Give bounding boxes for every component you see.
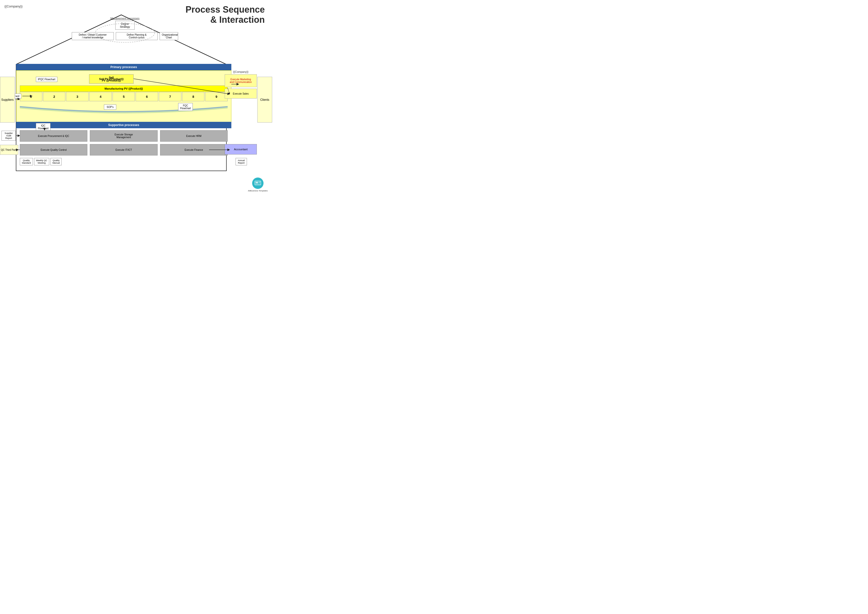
num-box-7: 7: [159, 92, 181, 101]
sops-label: SOP's: [104, 104, 116, 110]
weekly-qc-meeting-label: Weekly QCMeeting: [34, 158, 49, 165]
org-chart-box: OrganizationalChart: [160, 32, 178, 40]
accountant-box: Accountant: [225, 144, 257, 154]
primary-processes-bar: Primary processes: [16, 64, 231, 70]
svg-point-2: [95, 23, 155, 42]
quality-standard-label: QualityStandard: [20, 158, 33, 165]
suppliers-box: Suppliers: [0, 77, 15, 123]
num-box-2: 2: [43, 92, 65, 101]
num-box-6: 6: [136, 92, 158, 101]
clients-box: Clients: [257, 77, 272, 123]
execute-procurement-box: Execute Procurement & IQC: [20, 130, 87, 141]
iqc-flowchart-label: IQCFlowchart: [36, 123, 51, 131]
execute-marketing-box: Execute Marketingand Communication: [225, 74, 257, 87]
ipqc-flowchart-label: IPQC Flowchart: [36, 77, 57, 82]
svg-rect-18: [259, 183, 260, 183]
execute-itict-box: Execute IT/ICT: [90, 144, 157, 155]
num-box-3: 3: [66, 92, 88, 101]
num-box-4: 4: [89, 92, 112, 101]
execute-finance-box: Execute Finance: [160, 144, 228, 155]
company-right-label: {{Company}}: [225, 70, 257, 73]
doc-labels-row: QualityStandard Weekly QCMeeting Quality…: [20, 158, 62, 165]
execute-quality-control-box: Execute Quality Control: [20, 144, 87, 155]
qc-third-party-box: QC Third Party: [0, 145, 18, 155]
ribbon-curve: [20, 101, 228, 113]
supplier-audit-report-label: SupplierAudit Report: [2, 131, 16, 141]
svg-rect-17: [259, 182, 260, 182]
sell-product-box: Sell PV {{Product}}: [89, 74, 133, 84]
company-label-top: {{Company}}: [5, 5, 23, 8]
quality-manual-label: QualityManual: [51, 158, 62, 165]
fqc-flowchart-label: FQCFlowchart: [178, 103, 193, 111]
num-box-1: 1: [20, 92, 42, 101]
annual-report-label: AnnualReport: [236, 158, 247, 165]
svg-rect-16: [256, 182, 258, 183]
execute-sales-box: Execute Sales: [225, 89, 257, 98]
abt-badge: AllBusiness Templates: [248, 177, 268, 192]
manufacturing-bar: Manufacturing PV {{Product}}: [20, 85, 228, 92]
number-boxes: 1 2 3 4 5 6 7 8 9: [20, 92, 228, 101]
num-box-9: 9: [205, 92, 228, 101]
management-processes-area: Management processes DefineStrategy Defi…: [72, 17, 178, 40]
execute-storage-box: Execute StorageManagement: [90, 130, 157, 141]
svg-marker-3: [124, 23, 126, 26]
num-box-5: 5: [113, 92, 135, 101]
support-row-1: Execute Procurement & IQC Execute Storag…: [20, 130, 228, 141]
mgmt-processes-label: Management processes: [72, 17, 178, 20]
company-right-column: {{Company}} Execute Marketingand Communi…: [225, 70, 257, 98]
strategy-arrows: [89, 22, 161, 44]
num-box-8: 8: [182, 92, 205, 101]
svg-rect-19: [256, 184, 260, 185]
execute-hrm-box: Execute HRM: [160, 130, 228, 141]
support-row-2: Execute Quality Control Execute IT/ICT E…: [20, 144, 228, 155]
